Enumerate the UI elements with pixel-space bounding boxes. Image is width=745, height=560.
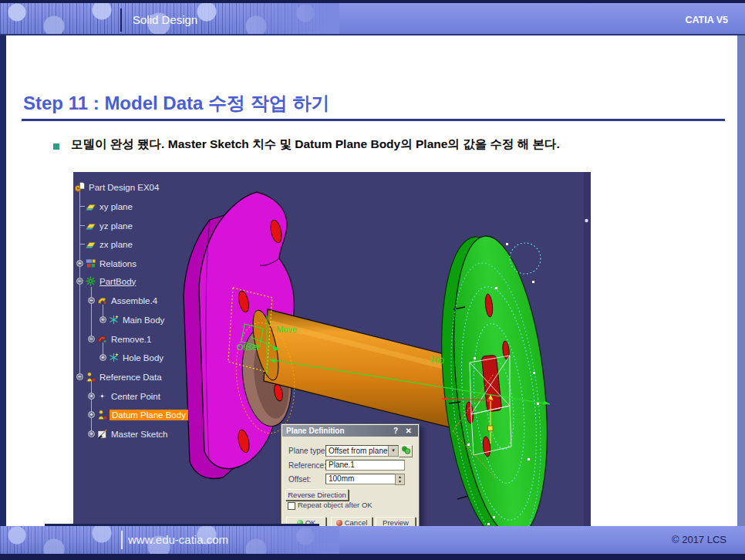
body-icon [109, 315, 119, 325]
body-icon [109, 353, 119, 363]
header-brand: CATIA V5 [685, 15, 728, 25]
partbody-icon [86, 276, 96, 286]
tree-item-root[interactable]: Part Design EX04 [75, 181, 160, 193]
expand-icon[interactable] [88, 411, 95, 418]
reference-value: Plane.1 [329, 460, 355, 469]
tree-item-relations[interactable]: Relations [76, 258, 138, 269]
tree-item-zx-plane[interactable]: zx plane [86, 238, 134, 250]
tree-item-reference-data[interactable]: Reference Data [76, 371, 163, 383]
expand-icon[interactable] [99, 316, 106, 323]
compass-dot [585, 219, 588, 222]
tree-item-master-sketch[interactable]: Master Sketch [88, 428, 170, 440]
repeat-checkbox[interactable] [288, 502, 295, 510]
tree-item-datum-plane-body[interactable]: Datum Plane Body [88, 409, 188, 420]
point-icon [97, 391, 107, 401]
help-button[interactable]: ? [393, 427, 398, 435]
repeat-checkbox-label: Repeat object after OK [298, 501, 372, 509]
bullet-icon [53, 143, 59, 150]
tree-item-assemble[interactable]: Assemble.4 [88, 295, 159, 306]
cancel-icon [336, 520, 342, 526]
plane-type-value: Offset from plane [329, 447, 388, 455]
tree-item-xy-plane[interactable]: xy plane [86, 201, 134, 212]
header-title: Solid Design [133, 13, 197, 26]
move-label: Move [276, 325, 297, 334]
repeat-datum-button[interactable] [399, 445, 413, 457]
reference-label: Reference: [288, 461, 326, 470]
slide-footer: www.edu-catia.com © 2017 LCS [0, 526, 745, 554]
remove-icon [97, 334, 107, 344]
header-separator [120, 8, 122, 32]
tree-item-partbody[interactable]: PartBody [76, 275, 137, 287]
tree-item-center-point[interactable]: Center Point [88, 390, 162, 402]
viewport-edge [584, 172, 591, 560]
collapse-icon[interactable] [76, 278, 83, 285]
plane-icon [86, 239, 96, 249]
plane-icon [86, 201, 96, 211]
reference-data-icon [86, 372, 96, 382]
collapse-icon[interactable] [88, 336, 95, 342]
offset-label: Offset: [288, 475, 311, 484]
offset-input[interactable]: 100mm [325, 474, 396, 484]
bottom-strip [0, 554, 745, 560]
plane-type-select[interactable]: Offset from plane [325, 445, 399, 457]
expand-icon[interactable] [99, 354, 106, 361]
slide-left-border [0, 35, 6, 526]
plane-type-label: Plane type: [288, 447, 327, 455]
reference-input[interactable]: Plane.1 [325, 460, 405, 471]
close-button[interactable]: ✕ [406, 427, 412, 435]
collapse-icon[interactable] [88, 297, 95, 304]
plane-icon [86, 221, 96, 231]
tree-item-hole-body[interactable]: Hole Body [99, 352, 165, 363]
page-title: Step 11 : Model Data 수정 작업 하기 [23, 91, 329, 116]
title-rule [22, 119, 725, 121]
footer-separator [121, 531, 123, 549]
offset-label: Offset [237, 342, 259, 352]
dropdown-arrow-icon[interactable] [388, 446, 398, 456]
relations-icon [86, 258, 96, 268]
tree-item-remove[interactable]: Remove.1 [88, 333, 153, 345]
collapse-icon[interactable] [76, 373, 83, 380]
spin-down-icon[interactable] [396, 479, 404, 484]
catia-viewport[interactable]: Move Offset 100 Part Design EX04 xy plan… [73, 172, 591, 560]
datum-icon [401, 446, 411, 454]
plane-definition-dialog: Plane Definition ? ✕ Plane type: Offset … [281, 423, 420, 538]
sketch-icon [97, 429, 107, 439]
tree-item-main-body[interactable]: Main Body [99, 314, 166, 326]
slide-header: Solid Design CATIA V5 [0, 3, 745, 35]
expand-icon[interactable] [76, 260, 83, 267]
dialog-title: Plane Definition [286, 427, 345, 435]
tree-item-yz-plane[interactable]: yz plane [86, 220, 134, 231]
footer-copyright: © 2017 LCS [672, 534, 726, 545]
slide-body: Step 11 : Model Data 수정 작업 하기 모델이 완성 됐다.… [0, 35, 745, 526]
offset-spinner[interactable] [395, 474, 405, 485]
footer-url: www.edu-catia.com [128, 533, 228, 546]
expand-icon[interactable] [88, 393, 95, 400]
bullet-text: 모델이 완성 됐다. Master Sketch 치수 및 Datum Plan… [71, 137, 560, 153]
reference-data-icon [97, 410, 107, 420]
part-icon [75, 182, 85, 192]
slide-right-border [737, 35, 745, 526]
expand-icon[interactable] [88, 430, 95, 437]
dialog-titlebar[interactable]: Plane Definition ? ✕ [282, 425, 418, 437]
reverse-direction-button[interactable]: Reverse Direction [285, 489, 349, 501]
offset-value: 100mm [329, 474, 354, 483]
assemble-icon [97, 295, 107, 305]
